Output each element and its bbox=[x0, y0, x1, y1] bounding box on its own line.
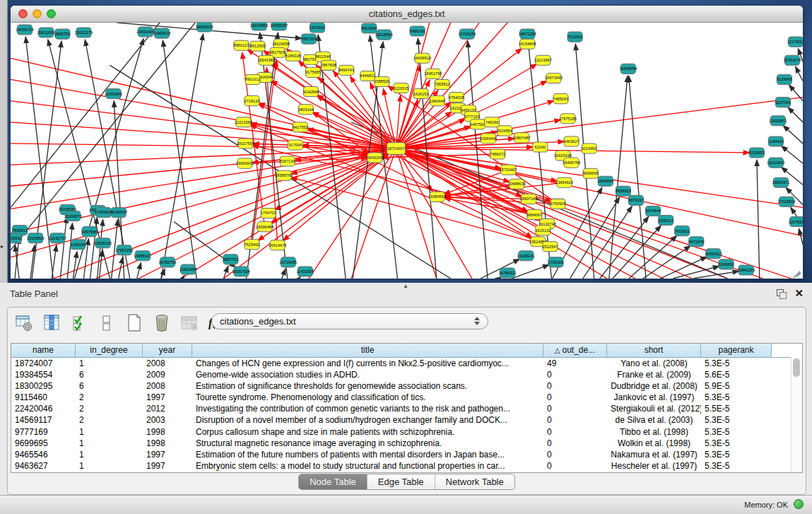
graph-node[interactable]: 1527602 bbox=[310, 23, 325, 33]
graph-node[interactable]: 11179011 bbox=[787, 37, 803, 47]
graph-node[interactable]: 2867608 bbox=[321, 60, 336, 70]
graph-node[interactable]: 17016504 bbox=[777, 197, 795, 206]
graph-node[interactable]: 16958107 bbox=[134, 251, 151, 261]
graph-node[interactable]: 18039035 bbox=[196, 23, 213, 32]
panel-expand-arrow-icon[interactable]: ▸ bbox=[1, 243, 4, 250]
graph-node[interactable]: 62160 bbox=[533, 142, 548, 152]
graph-node[interactable]: 9097588 bbox=[82, 227, 98, 237]
graph-node[interactable]: 746266 bbox=[484, 117, 499, 127]
graph-node[interactable]: 17975185 bbox=[559, 114, 577, 124]
graph-node[interactable]: 8912955 bbox=[250, 41, 266, 51]
graph-node[interactable]: 17359928 bbox=[95, 207, 112, 217]
graph-node[interactable]: 9129996 bbox=[777, 74, 792, 84]
graph-node[interactable]: 15720407 bbox=[500, 165, 517, 175]
graph-node[interactable]: 16033809 bbox=[250, 23, 268, 30]
graph-node[interactable]: 9446821 bbox=[360, 71, 375, 81]
graph-node[interactable]: 7986372 bbox=[490, 149, 505, 159]
graph-node[interactable]: 1145194 bbox=[71, 240, 86, 250]
graph-node[interactable]: 10973493 bbox=[545, 73, 563, 83]
graph-node[interactable]: 6679197 bbox=[628, 195, 644, 205]
graph-node[interactable]: 19218596 bbox=[375, 30, 393, 40]
graph-node[interactable]: 9242848 bbox=[303, 87, 319, 97]
graph-node[interactable]: 16154808 bbox=[519, 39, 536, 49]
graph-node[interactable]: 2522547 bbox=[542, 242, 558, 252]
graph-node[interactable]: 16671358 bbox=[519, 29, 536, 39]
minimize-window-icon[interactable] bbox=[33, 9, 42, 18]
column-header-pagerank[interactable]: pagerank bbox=[701, 344, 772, 357]
graph-node[interactable]: 12093872 bbox=[769, 116, 787, 126]
graph-node[interactable]: 11431505 bbox=[297, 267, 314, 276]
graph-node[interactable]: 12213383 bbox=[235, 117, 252, 127]
graph-node[interactable]: 7512932 bbox=[567, 32, 583, 42]
table-row[interactable]: 1456911722003Disruption of a novel membe… bbox=[11, 414, 802, 426]
graph-node[interactable]: 7857224 bbox=[301, 34, 317, 44]
graph-node[interactable]: 12923468 bbox=[180, 264, 197, 274]
graph-node[interactable]: 18588783 bbox=[275, 170, 293, 180]
column-header-short[interactable]: short bbox=[607, 344, 701, 357]
graph-node[interactable]: 2805753 bbox=[54, 29, 70, 39]
graph-node[interactable]: 10841233 bbox=[737, 265, 755, 275]
select-columns-icon[interactable] bbox=[41, 313, 62, 334]
graph-node[interactable]: 8454743 bbox=[339, 65, 354, 75]
graph-node[interactable]: 18907249 bbox=[520, 194, 538, 204]
table-vertical-scrollbar[interactable] bbox=[791, 357, 802, 472]
graph-node[interactable]: 9699695 bbox=[583, 168, 599, 178]
graph-node[interactable]: 8186328 bbox=[286, 51, 301, 61]
graph-node[interactable]: 16543382 bbox=[257, 55, 275, 65]
graph-node[interactable]: 9245652 bbox=[719, 259, 734, 269]
graph-node[interactable]: 7485063 bbox=[553, 94, 569, 104]
close-panel-icon[interactable]: ✕ bbox=[794, 287, 804, 300]
graph-node[interactable]: 24055724 bbox=[16, 25, 34, 35]
tab-node-table[interactable]: Node Table bbox=[299, 474, 367, 489]
graph-node[interactable]: 20364436 bbox=[480, 134, 498, 144]
graph-node[interactable]: 10655287 bbox=[270, 23, 288, 30]
column-header-title[interactable]: title bbox=[192, 344, 543, 357]
window-resize-grip[interactable] bbox=[790, 266, 801, 277]
graph-node[interactable]: 11675334 bbox=[789, 217, 803, 227]
graph-node[interactable]: 6497568 bbox=[470, 119, 486, 129]
graph-node[interactable]: 1840954 bbox=[598, 176, 613, 186]
graph-node[interactable]: 17957253 bbox=[115, 245, 133, 255]
table-settings-icon[interactable] bbox=[13, 313, 35, 334]
graph-node[interactable]: 1244419 bbox=[768, 136, 784, 146]
graph-node[interactable]: 10719155 bbox=[458, 29, 476, 39]
table-row[interactable]: 1830029562008Estimation of significance … bbox=[11, 380, 802, 392]
graph-node[interactable]: 9463627 bbox=[564, 136, 579, 146]
graph-node[interactable]: 1588520 bbox=[374, 76, 389, 86]
graph-node[interactable]: 21609218 bbox=[153, 28, 170, 38]
graph-node[interactable]: 10688639 bbox=[508, 179, 526, 189]
graph-node[interactable]: 9857791 bbox=[223, 255, 238, 264]
select-all-checks-icon[interactable] bbox=[69, 313, 90, 334]
table-selector-dropdown[interactable]: citations_edges.txt bbox=[211, 313, 488, 329]
graph-node[interactable]: 1626153 bbox=[413, 89, 429, 99]
float-panel-icon[interactable] bbox=[777, 289, 787, 299]
graph-node[interactable]: 8901012 bbox=[245, 74, 261, 84]
graph-node[interactable]: 13654923 bbox=[555, 177, 573, 187]
graph-node[interactable]: 10654112 bbox=[705, 249, 722, 259]
graph-node[interactable]: 15892971 bbox=[772, 177, 789, 187]
graph-node[interactable]: 20612056 bbox=[37, 28, 55, 37]
graph-node[interactable]: 15751074 bbox=[783, 55, 801, 65]
graph-node[interactable]: 12505135 bbox=[94, 238, 112, 248]
table-row[interactable]: 977716911998Corpus callosum shape and si… bbox=[11, 426, 802, 438]
graph-node[interactable]: 2935114 bbox=[658, 216, 673, 226]
graph-node[interactable]: 7632621 bbox=[674, 226, 690, 236]
graph-node[interactable]: 9115460 bbox=[582, 144, 596, 153]
tab-network-table[interactable]: Network Table bbox=[435, 474, 514, 489]
table-row[interactable]: 946554611997Estimation of the future num… bbox=[11, 449, 802, 460]
graph-node[interactable]: 16784321 bbox=[499, 268, 517, 278]
graph-node[interactable]: 8220315 bbox=[394, 83, 409, 93]
scrollbar-thumb[interactable] bbox=[793, 358, 800, 377]
graph-node[interactable]: 1990448 bbox=[430, 96, 445, 106]
column-header-out_de[interactable]: △out_de... bbox=[543, 344, 607, 357]
tab-edge-table[interactable]: Edge Table bbox=[367, 474, 435, 489]
table-row[interactable]: 946362711997Embryonic stem cells: a mode… bbox=[11, 460, 802, 472]
graph-node[interactable]: 20206576 bbox=[64, 211, 82, 221]
network-canvas[interactable]: 2405572420612056280575323013279206914062… bbox=[11, 23, 803, 279]
graph-node[interactable]: 16961758 bbox=[424, 69, 442, 78]
graph-node[interactable]: 8471676 bbox=[688, 237, 704, 247]
network-window-titlebar[interactable]: citations_edges.txt bbox=[11, 6, 803, 23]
clear-selection-icon[interactable] bbox=[96, 313, 117, 334]
graph-node[interactable]: 7955812 bbox=[435, 79, 450, 89]
network-view-window[interactable]: citations_edges.txt 24055724206120562805… bbox=[10, 5, 804, 279]
